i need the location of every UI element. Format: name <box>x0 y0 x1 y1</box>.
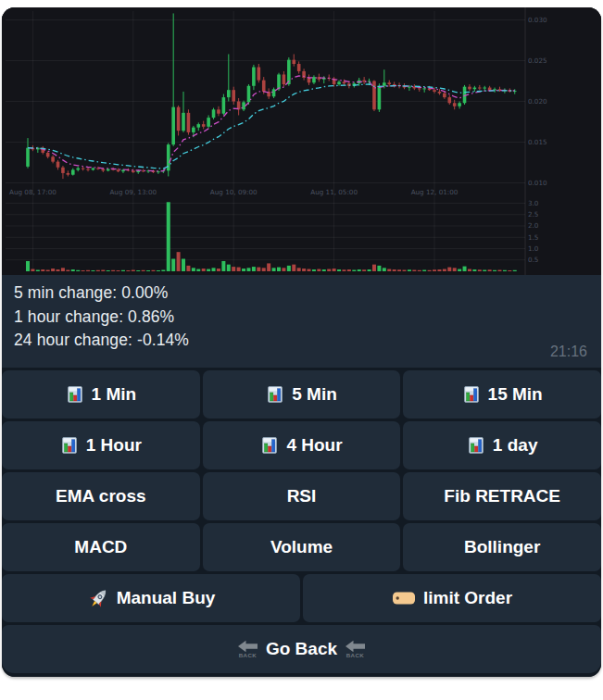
button-label: RSI <box>287 486 317 506</box>
rocket-icon <box>87 587 109 609</box>
button-label: Manual Buy <box>117 588 216 608</box>
telegram-chat-page: 0.0300.0250.0200.0150.0103.02.52.01.51.0… <box>0 0 603 700</box>
button-label: 1 Hour <box>86 435 142 456</box>
svg-text:0.015: 0.015 <box>528 138 547 146</box>
button-label: Fib RETRACE <box>444 486 560 506</box>
button-bollinger[interactable]: Bollinger <box>403 523 601 571</box>
button-label: 4 Hour <box>286 435 342 456</box>
message-text-area: 5 min change: 0.00% 1 hour change: 0.86%… <box>2 275 601 368</box>
svg-text:0.5: 0.5 <box>528 256 538 264</box>
button-ema-cross[interactable]: EMA cross <box>2 472 200 520</box>
svg-text:1.0: 1.0 <box>528 244 539 253</box>
svg-text:Aug 11, 05:00: Aug 11, 05:00 <box>310 188 358 196</box>
bot-message: 0.0300.0250.0200.0150.0103.02.52.01.51.0… <box>2 7 601 677</box>
bar-chart-icon <box>60 436 79 455</box>
keyboard-row-timeframes-1: 1 Min 5 Min 15 Min <box>2 370 601 419</box>
button-5-min[interactable]: 5 Min <box>203 370 401 419</box>
button-go-back[interactable]: BACK Go Back BACK <box>2 625 601 673</box>
button-limit-order[interactable]: limit Order <box>303 574 601 622</box>
back-arrow-icon: BACK <box>237 640 258 658</box>
button-1-hour[interactable]: 1 Hour <box>2 421 200 469</box>
candlestick-chart-image[interactable]: 0.0300.0250.0200.0150.0103.02.52.01.51.0… <box>2 7 601 275</box>
svg-text:Aug 08, 17:00: Aug 08, 17:00 <box>9 188 57 196</box>
button-label: 1 Min <box>92 384 137 405</box>
candlestick-chart: 0.0300.0250.0200.0150.0103.02.52.01.51.0… <box>2 7 601 275</box>
svg-text:BACK: BACK <box>346 652 365 658</box>
button-rsi[interactable]: RSI <box>203 472 401 520</box>
stat-24hour-change: 24 hour change: -0.14% <box>14 329 588 353</box>
bar-chart-icon <box>266 385 284 404</box>
message-timestamp: 21:16 <box>550 344 587 360</box>
keyboard-row-timeframes-2: 1 Hour 4 Hour 1 day <box>2 421 601 469</box>
bar-chart-icon <box>260 436 279 455</box>
button-15-min[interactable]: 15 Min <box>403 370 601 419</box>
svg-text:3.0: 3.0 <box>528 199 539 207</box>
button-macd[interactable]: MACD <box>2 523 200 571</box>
bar-chart-icon <box>462 385 481 404</box>
button-label: 1 day <box>493 435 538 456</box>
button-label: limit Order <box>423 588 512 608</box>
button-label: 15 Min <box>488 384 543 405</box>
back-arrow-icon: BACK <box>345 640 366 658</box>
button-label: Bollinger <box>464 537 540 557</box>
svg-text:0.025: 0.025 <box>528 56 547 65</box>
svg-text:Aug 09, 13:00: Aug 09, 13:00 <box>109 188 157 196</box>
button-1-day[interactable]: 1 day <box>403 421 601 469</box>
keyboard-row-back: BACK Go Back BACK <box>2 625 601 673</box>
button-label: Volume <box>270 537 333 557</box>
button-label: 5 Min <box>292 384 337 405</box>
stat-1hour-change: 1 hour change: 0.86% <box>14 306 588 330</box>
button-volume[interactable]: Volume <box>203 523 401 571</box>
bar-chart-icon <box>467 436 485 455</box>
svg-text:1.5: 1.5 <box>528 233 538 242</box>
svg-text:0.030: 0.030 <box>528 16 547 24</box>
button-label: Go Back <box>266 639 337 659</box>
button-manual-buy[interactable]: Manual Buy <box>2 574 300 622</box>
svg-text:2.5: 2.5 <box>528 210 538 219</box>
bar-chart-icon <box>66 385 84 404</box>
keyboard-row-actions: Manual Buy limit Order <box>2 574 601 622</box>
svg-text:0.020: 0.020 <box>528 97 547 106</box>
button-label: EMA cross <box>56 486 146 506</box>
svg-text:2.0: 2.0 <box>528 221 539 230</box>
button-label: MACD <box>74 537 127 557</box>
svg-text:0.010: 0.010 <box>528 179 547 187</box>
button-1-min[interactable]: 1 Min <box>2 370 200 419</box>
keyboard-row-indicators-2: MACD Volume Bollinger <box>2 523 601 571</box>
button-4-hour[interactable]: 4 Hour <box>203 421 401 469</box>
svg-text:Aug 12, 01:00: Aug 12, 01:00 <box>411 188 459 196</box>
svg-text:BACK: BACK <box>239 652 258 658</box>
button-fib-retrace[interactable]: Fib RETRACE <box>403 472 601 520</box>
stat-5min-change: 5 min change: 0.00% <box>14 281 588 306</box>
svg-text:Aug 10, 09:00: Aug 10, 09:00 <box>210 188 258 196</box>
tag-icon <box>392 590 416 606</box>
keyboard-row-indicators-1: EMA cross RSI Fib RETRACE <box>2 472 601 520</box>
inline-keyboard: 1 Min 5 Min 15 Min <box>2 368 601 677</box>
